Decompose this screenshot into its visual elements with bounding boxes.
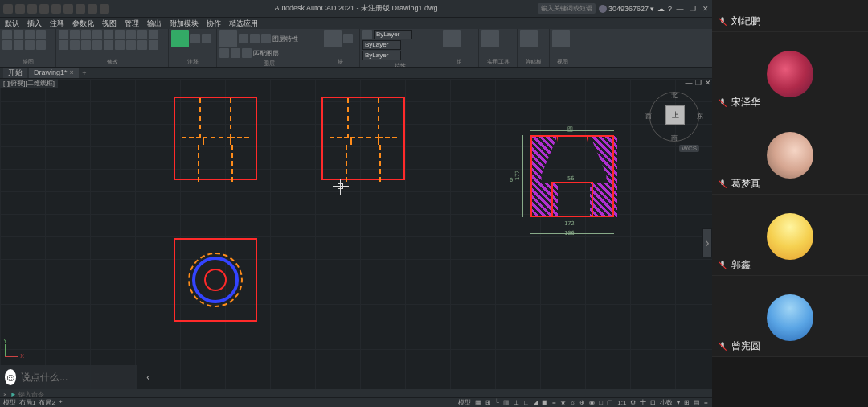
- gear-icon[interactable]: ⚙: [629, 399, 637, 406]
- tool-icon[interactable]: ▢: [606, 399, 614, 406]
- ribbon-tab[interactable]: 默认: [5, 18, 19, 29]
- canvas-close-icon[interactable]: ✕: [704, 79, 712, 87]
- mod-icon[interactable]: [104, 30, 113, 39]
- tool-icon[interactable]: ≡: [551, 399, 557, 406]
- qat-icon[interactable]: [27, 4, 37, 14]
- document-tabs[interactable]: 开始 Drawing1*× +: [0, 68, 712, 79]
- tool-icon[interactable]: □: [598, 399, 604, 406]
- paste-icon[interactable]: [520, 30, 538, 47]
- tool-icon[interactable]: ★: [559, 399, 567, 406]
- canvas-window-controls[interactable]: — ❐ ✕: [685, 79, 712, 87]
- status-model[interactable]: 模型: [457, 398, 472, 407]
- linetype-select[interactable]: ByLayer: [362, 40, 401, 50]
- help-search[interactable]: 输入关键词或短语: [538, 3, 596, 14]
- ribbon-tab[interactable]: 参数化: [72, 18, 94, 29]
- circle-icon[interactable]: [25, 30, 35, 39]
- drawing-canvas[interactable]: [-][俯视][二维线框] — ❐ ✕: [0, 79, 712, 407]
- chevron-down-icon[interactable]: ▾: [676, 399, 681, 406]
- qat-icon[interactable]: [39, 4, 49, 14]
- cloud-icon[interactable]: ☁: [657, 5, 665, 13]
- ribbon-tab[interactable]: 管理: [125, 18, 139, 29]
- tool-icon[interactable]: ⊡: [649, 399, 657, 406]
- mod-icon[interactable]: [126, 40, 136, 50]
- viewcube-south[interactable]: 南: [671, 134, 678, 142]
- user-account[interactable]: 3049367627▾: [599, 5, 654, 13]
- customize-icon[interactable]: ≡: [703, 399, 709, 406]
- wcs-label[interactable]: WCS: [679, 145, 699, 152]
- maximize-button[interactable]: ❐: [688, 4, 698, 14]
- tool-icon[interactable]: 十: [639, 398, 647, 407]
- qat-icon[interactable]: [63, 4, 73, 14]
- participant-tile[interactable]: 曾宪圆: [712, 276, 868, 357]
- grid-icon[interactable]: ▦: [474, 399, 482, 406]
- chat-input[interactable]: [21, 372, 141, 383]
- draw-icon[interactable]: [14, 40, 23, 50]
- tab-add[interactable]: +: [80, 69, 88, 77]
- drawing-object[interactable]: [174, 238, 257, 322]
- lineweight-select[interactable]: ByLayer: [362, 51, 401, 60]
- group-icon[interactable]: [443, 30, 461, 47]
- ribbon-tabs[interactable]: 默认 插入 注释 参数化 视图 管理 输出 附加模块 协作 精选应用: [0, 18, 712, 29]
- close-button[interactable]: ✕: [701, 4, 710, 14]
- match-icon[interactable]: [362, 30, 372, 39]
- tool-icon[interactable]: ▣: [541, 399, 549, 406]
- qat-icon[interactable]: [100, 4, 109, 14]
- viewcube[interactable]: 北 西 东 南 上 WCS: [649, 92, 699, 142]
- drawing-object-dimensioned[interactable]: 图 177 0 56 172 106: [526, 129, 622, 233]
- qat-icon[interactable]: [51, 4, 61, 14]
- mod-icon[interactable]: [137, 40, 147, 50]
- layout-tab-model[interactable]: 模型: [3, 398, 16, 407]
- mod-icon[interactable]: [149, 30, 158, 39]
- layer-icon[interactable]: [261, 34, 271, 43]
- rotate-icon[interactable]: [70, 30, 80, 39]
- navbar-expand[interactable]: ›: [702, 228, 712, 257]
- qat-icon[interactable]: [15, 4, 25, 14]
- line-icon[interactable]: [2, 30, 12, 39]
- insert-block-icon[interactable]: [324, 30, 342, 47]
- fillet-icon[interactable]: [81, 40, 91, 50]
- view-icon[interactable]: [552, 30, 570, 47]
- measure-icon[interactable]: [481, 30, 499, 47]
- participant-tile[interactable]: 宋泽华: [712, 32, 868, 113]
- draw-icon[interactable]: [2, 40, 12, 50]
- dim-icon[interactable]: [190, 34, 200, 43]
- copy-icon[interactable]: [59, 40, 68, 50]
- color-select[interactable]: ByLayer: [374, 30, 412, 39]
- move-icon[interactable]: [59, 30, 68, 39]
- scale-label[interactable]: 1:1: [616, 399, 627, 406]
- ribbon-tab[interactable]: 注释: [50, 18, 64, 29]
- mod-icon[interactable]: [149, 40, 158, 50]
- drawing-object[interactable]: [321, 97, 405, 180]
- status-toggles[interactable]: 模型 ▦ ⊞ ┖ ▥ ⊥ ∟ ◢ ▣ ≡ ★ ☼ ⊕ ◉ □ ▢ 1:1 ⚙ 十…: [457, 398, 713, 407]
- qat-icon[interactable]: [76, 4, 85, 14]
- layer-icon[interactable]: [250, 34, 260, 43]
- emoji-icon[interactable]: ☺: [5, 369, 16, 385]
- trim-icon[interactable]: [81, 30, 91, 39]
- layer-icon[interactable]: [219, 48, 229, 58]
- tab-drawing1[interactable]: Drawing1*×: [29, 68, 79, 78]
- iso-icon[interactable]: ⊥: [513, 399, 520, 406]
- mod-icon[interactable]: [92, 30, 102, 39]
- tool-icon[interactable]: ⊞: [683, 399, 690, 406]
- tool-icon[interactable]: ⊕: [579, 399, 586, 406]
- mod-icon[interactable]: [126, 30, 136, 39]
- mod-icon[interactable]: [137, 30, 147, 39]
- polyline-icon[interactable]: [14, 30, 23, 39]
- participant-tile[interactable]: 葛梦真: [712, 113, 868, 195]
- canvas-min-icon[interactable]: —: [685, 79, 693, 87]
- ribbon-tab[interactable]: 协作: [207, 18, 221, 29]
- chat-collapse-icon[interactable]: ‹: [146, 372, 149, 383]
- layer-icon[interactable]: [231, 48, 240, 58]
- ribbon-tab[interactable]: 插入: [27, 18, 42, 29]
- units-label[interactable]: 小数: [659, 398, 674, 407]
- draw-icon[interactable]: [25, 40, 35, 50]
- help-icon[interactable]: ?: [668, 5, 672, 13]
- layout-tab[interactable]: 布局2: [39, 398, 55, 407]
- viewcube-east[interactable]: 东: [697, 112, 703, 121]
- minimize-button[interactable]: —: [675, 4, 685, 14]
- ribbon-tab[interactable]: 精选应用: [229, 18, 258, 29]
- qat-icon[interactable]: [3, 4, 13, 14]
- viewcube-north[interactable]: 北: [671, 91, 678, 100]
- ribbon-tab[interactable]: 附加模块: [170, 18, 199, 29]
- layout-add[interactable]: +: [59, 398, 63, 407]
